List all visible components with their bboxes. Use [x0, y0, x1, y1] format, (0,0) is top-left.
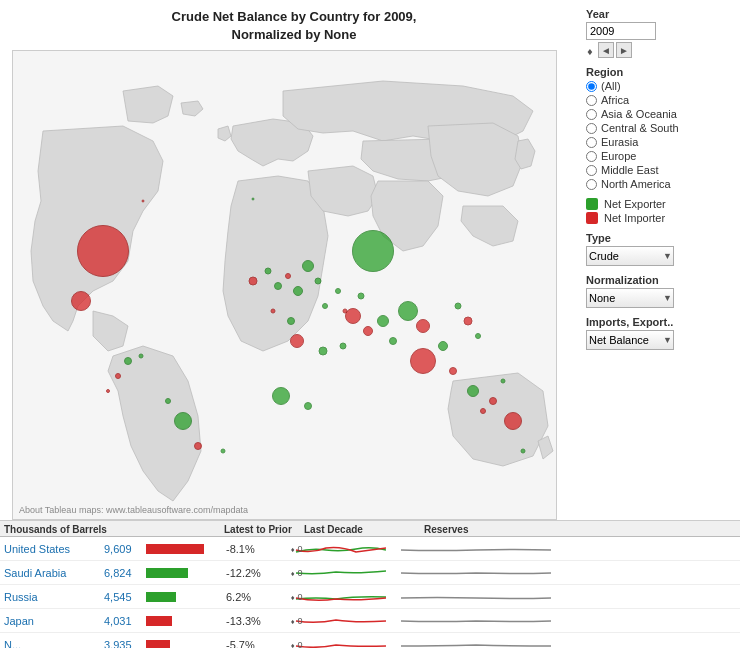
cell-barrels-value: 9,609: [104, 543, 146, 555]
cell-bar-area: [146, 568, 226, 578]
region-asia-oceania[interactable]: Asia & Oceania: [586, 108, 734, 120]
year-next-button[interactable]: ►: [616, 42, 632, 58]
legend-section: Net Exporter Net Importer: [586, 198, 734, 226]
table-row[interactable]: Russia4,5456.2%⬧ 0: [0, 585, 740, 609]
map-bubble: [71, 291, 91, 311]
map-bubble: [139, 354, 144, 359]
year-label: Year: [586, 8, 734, 20]
cell-country-name: United States: [4, 543, 104, 555]
cell-barrels-value: 4,545: [104, 591, 146, 603]
cell-bar-area: [146, 592, 226, 602]
cell-pct: -5.7%: [226, 639, 276, 648]
table-col-reserves: Reserves: [424, 524, 604, 535]
cell-reserves: [396, 585, 576, 609]
map-bubble: [416, 319, 430, 333]
cell-last-decade: ⬧ 0: [276, 537, 396, 561]
net-exporter-dot: [586, 198, 598, 210]
decade-zero-label: ⬧ 0: [290, 544, 303, 554]
region-label: Region: [586, 66, 734, 78]
cell-pct: -8.1%: [226, 543, 276, 555]
map-credit: About Tableau maps: www.tableausoftware.…: [19, 505, 248, 515]
map-bubble: [319, 347, 328, 356]
decade-zero-label: ⬧ 0: [290, 616, 303, 626]
map-bubble: [438, 341, 448, 351]
region-all[interactable]: (All): [586, 80, 734, 92]
map-bubble: [265, 268, 272, 275]
main-container: Crude Net Balance by Country for 2009, N…: [0, 0, 740, 648]
chart-title: Crude Net Balance by Country for 2009, N…: [8, 8, 580, 44]
cell-barrels-value: 3,935: [104, 639, 146, 648]
legend-net-importer: Net Importer: [586, 212, 734, 224]
table-header-row: Thousands of Barrels Latest to Prior Las…: [0, 521, 740, 537]
map-bubble: [340, 343, 347, 350]
cell-country-name: Saudi Arabia: [4, 567, 104, 579]
map-bubble: [489, 397, 497, 405]
map-bubble: [449, 367, 457, 375]
cell-bar: [146, 616, 172, 626]
imports-section: Imports, Export.. Net Balance ▼: [586, 316, 734, 350]
region-middle-east[interactable]: Middle East: [586, 164, 734, 176]
legend-net-exporter: Net Exporter: [586, 198, 734, 210]
decade-zero-label: ⬧ 0: [290, 568, 303, 578]
reserves-svg: [396, 636, 556, 648]
cell-bar-area: [146, 616, 226, 626]
map-bubble: [504, 412, 522, 430]
year-section: Year ⬧ ◄ ►: [586, 8, 734, 58]
year-nav: ⬧ ◄ ►: [586, 42, 734, 58]
imports-select[interactable]: Net Balance: [586, 330, 674, 350]
map-bubble: [335, 288, 341, 294]
table-row[interactable]: United States9,609-8.1%⬧ 0: [0, 537, 740, 561]
map-bubble: [252, 198, 255, 201]
map-bubble: [322, 303, 328, 309]
reserves-svg: [396, 564, 556, 582]
map-bubble: [272, 387, 290, 405]
map-bubble: [221, 449, 226, 454]
table-row[interactable]: Saudi Arabia6,824-12.2%⬧ 0: [0, 561, 740, 585]
map-bubble: [363, 326, 373, 336]
region-europe[interactable]: Europe: [586, 150, 734, 162]
map-bubble: [293, 286, 303, 296]
right-panel: Year ⬧ ◄ ► Region (All) Africa: [580, 0, 740, 520]
table-row[interactable]: Japan4,031-13.3%⬧ 0: [0, 609, 740, 633]
map-bubble: [475, 333, 481, 339]
cell-reserves: [396, 537, 576, 561]
region-eurasia[interactable]: Eurasia: [586, 136, 734, 148]
cell-pct: -12.2%: [226, 567, 276, 579]
map-bubble: [410, 348, 436, 374]
type-select[interactable]: Crude: [586, 246, 674, 266]
slider-icon: ⬧: [586, 43, 594, 58]
map-bubble: [464, 317, 473, 326]
cell-barrels-value: 6,824: [104, 567, 146, 579]
cell-barrels-value: 4,031: [104, 615, 146, 627]
reserves-svg: [396, 588, 556, 606]
net-importer-label: Net Importer: [604, 212, 665, 224]
net-exporter-label: Net Exporter: [604, 198, 666, 210]
year-prev-button[interactable]: ◄: [598, 42, 614, 58]
cell-bar: [146, 544, 204, 554]
normalization-select[interactable]: None: [586, 288, 674, 308]
reserves-svg: [396, 540, 556, 558]
map-bubble: [194, 442, 202, 450]
map-bubble: [115, 373, 121, 379]
table-row[interactable]: N...3,935-5.7%⬧ 0: [0, 633, 740, 648]
cell-last-decade: ⬧ 0: [276, 561, 396, 585]
decade-zero-label: ⬧ 0: [290, 592, 303, 602]
map-bubble: [174, 412, 192, 430]
map-bubble: [106, 389, 110, 393]
region-north-america[interactable]: North America: [586, 178, 734, 190]
region-central-south[interactable]: Central & South: [586, 122, 734, 134]
map-bubble: [467, 385, 479, 397]
region-africa[interactable]: Africa: [586, 94, 734, 106]
map-bubble: [480, 408, 486, 414]
year-input[interactable]: [586, 22, 656, 40]
cell-last-decade: ⬧ 0: [276, 609, 396, 633]
map-bubble: [285, 273, 291, 279]
map-bubble: [287, 317, 295, 325]
cell-country-name: Japan: [4, 615, 104, 627]
cell-last-decade: ⬧ 0: [276, 633, 396, 648]
map-bubble: [304, 402, 312, 410]
map-bubble: [352, 230, 394, 272]
map-bubble: [274, 282, 282, 290]
map-bubble: [389, 337, 397, 345]
cell-country-name: Russia: [4, 591, 104, 603]
